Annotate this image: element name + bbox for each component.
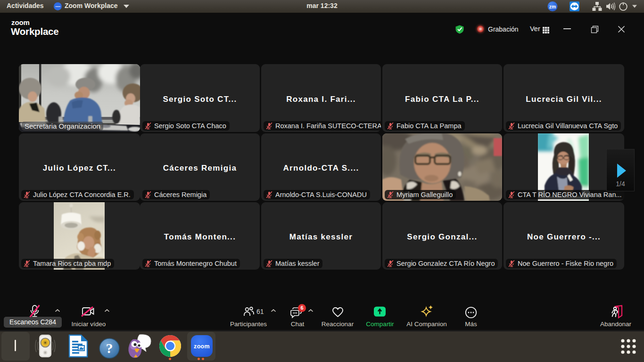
svg-text:zm: zm	[549, 4, 556, 9]
svg-text:?: ?	[106, 340, 113, 356]
svg-text:zoom: zoom	[194, 343, 210, 350]
